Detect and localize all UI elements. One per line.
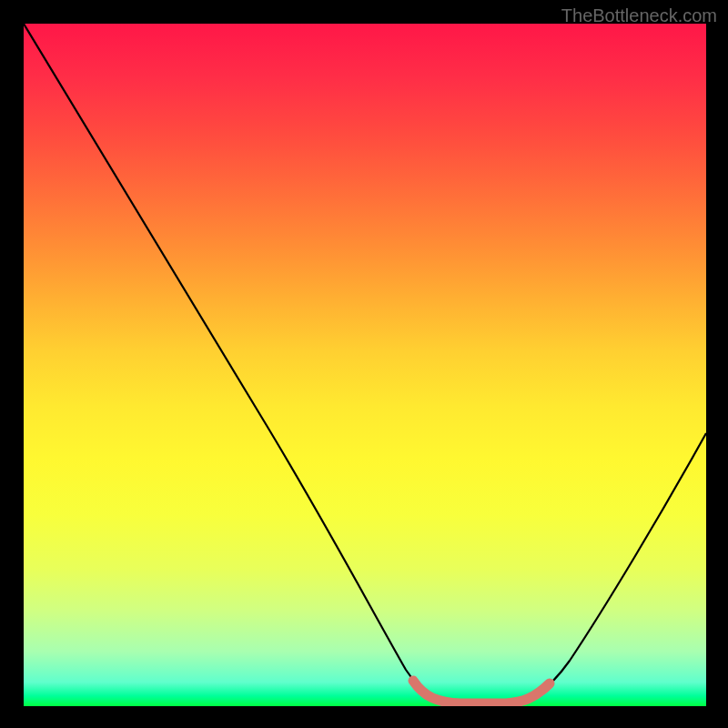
optimal-range-highlight bbox=[413, 681, 550, 703]
plot-area bbox=[24, 24, 706, 706]
watermark-text: TheBottleneck.com bbox=[561, 5, 717, 26]
bottleneck-curve-line bbox=[24, 24, 706, 703]
chart-svg bbox=[24, 24, 706, 706]
